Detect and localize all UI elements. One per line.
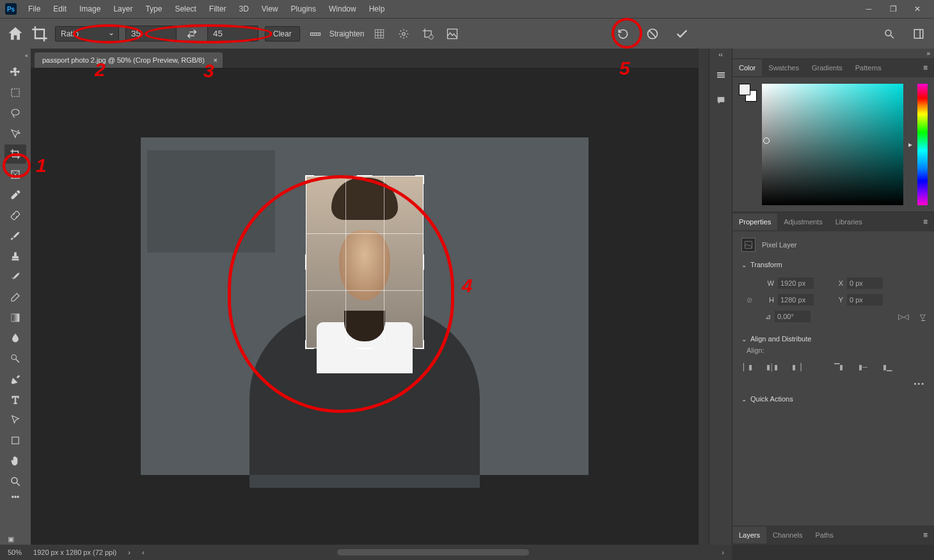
flip-v-icon[interactable]: ▽̲ (920, 313, 925, 321)
vertical-scrollbar[interactable] (699, 49, 709, 545)
menu-plugins[interactable]: Plugins (286, 2, 321, 16)
reset-crop-icon[interactable] (614, 25, 632, 43)
workspace-switcher-icon[interactable] (910, 25, 928, 43)
y-input[interactable] (847, 294, 883, 306)
tab-adjustments[interactable]: Adjustments (777, 214, 829, 230)
maximize-button[interactable]: ❐ (887, 3, 899, 15)
tab-swatches[interactable]: Swatches (762, 59, 805, 76)
angle-input[interactable] (775, 311, 811, 322)
tab-channels[interactable]: Channels (766, 527, 809, 543)
zoom-level[interactable]: 50% (8, 548, 22, 556)
eyedropper-tool[interactable] (4, 185, 26, 205)
align-left-icon[interactable]: ▏▮ (741, 361, 754, 373)
type-tool[interactable] (4, 390, 26, 409)
layers-panel-menu-icon[interactable]: ≡ (917, 527, 934, 543)
panel-collapse-icon[interactable]: » (732, 49, 934, 58)
edit-toolbar-icon[interactable]: ▣ (8, 535, 14, 543)
menu-file[interactable]: File (23, 2, 45, 16)
menu-edit[interactable]: Edit (48, 2, 72, 16)
cancel-crop-icon[interactable] (644, 25, 661, 43)
dock-panel-icon-1[interactable] (714, 68, 728, 82)
aspect-ratio-dropdown[interactable]: Ratio (55, 26, 119, 42)
menu-help[interactable]: Help (364, 2, 390, 16)
menu-image[interactable]: Image (74, 2, 106, 16)
menu-filter[interactable]: Filter (204, 2, 232, 16)
crop-handle-bl[interactable] (305, 340, 314, 349)
menu-type[interactable]: Type (140, 2, 167, 16)
straighten-icon[interactable] (306, 25, 324, 43)
crop-handle-mr[interactable] (420, 254, 424, 270)
clear-button[interactable]: Clear (265, 26, 300, 42)
more-tools-icon[interactable]: ••• (4, 492, 26, 502)
canvas-viewport[interactable] (31, 68, 699, 545)
lasso-tool[interactable] (4, 104, 26, 123)
tab-layers[interactable]: Layers (732, 527, 766, 543)
quick-actions-header[interactable]: ⌄Quick Actions (741, 395, 925, 403)
path-select-tool[interactable] (4, 410, 26, 430)
pen-tool[interactable] (4, 369, 26, 389)
content-aware-icon[interactable] (443, 25, 461, 43)
crop-handle-tr[interactable] (415, 175, 424, 184)
stamp-tool[interactable] (4, 247, 26, 266)
align-section-header[interactable]: ⌄Align and Distribute (741, 335, 925, 343)
align-top-icon[interactable]: ▔▮ (832, 361, 845, 373)
blur-tool[interactable] (4, 329, 26, 348)
align-right-icon[interactable]: ▮▕ (790, 361, 803, 373)
color-panel-menu-icon[interactable]: ≡ (917, 59, 934, 76)
dock-panel-icon-2[interactable] (714, 93, 728, 107)
crop-height-input[interactable] (207, 26, 258, 42)
delete-cropped-icon[interactable] (419, 25, 437, 43)
move-tool[interactable] (4, 63, 26, 82)
brush-tool[interactable] (4, 226, 26, 245)
close-tab-icon[interactable]: × (213, 56, 217, 64)
menu-layer[interactable]: Layer (108, 2, 138, 16)
align-bottom-icon[interactable]: ▮▁ (881, 361, 894, 373)
crop-tool-icon[interactable] (31, 25, 49, 43)
crop-tool[interactable] (4, 144, 26, 164)
hand-tool[interactable] (4, 451, 26, 471)
search-icon[interactable] (880, 25, 898, 43)
eraser-tool[interactable] (4, 288, 26, 307)
tab-patterns[interactable]: Patterns (849, 59, 888, 76)
canvas[interactable] (141, 137, 589, 475)
tab-paths[interactable]: Paths (809, 527, 840, 543)
menu-window[interactable]: Window (324, 2, 361, 16)
tab-libraries[interactable]: Libraries (829, 214, 869, 230)
horizontal-scrollbar[interactable] (156, 549, 711, 556)
align-hcenter-icon[interactable]: ▮│▮ (766, 361, 779, 373)
hue-slider[interactable] (917, 84, 928, 205)
menu-3d[interactable]: 3D (234, 2, 253, 16)
minimize-button[interactable]: ─ (862, 3, 875, 15)
dock-expand-icon[interactable]: ‹‹ (718, 51, 723, 58)
crop-handle-br[interactable] (415, 340, 424, 349)
document-tab[interactable]: passport photo 2.jpg @ 50% (Crop Preview… (35, 52, 223, 68)
healing-tool[interactable] (4, 206, 26, 225)
straighten-label[interactable]: Straighten (329, 29, 365, 38)
width-input[interactable] (778, 277, 814, 289)
zoom-tool[interactable] (4, 472, 26, 491)
crop-handle-ml[interactable] (305, 254, 309, 270)
align-vcenter-icon[interactable]: ▮─ (857, 361, 869, 373)
tab-color[interactable]: Color (732, 59, 762, 76)
crop-handle-bm[interactable] (357, 345, 372, 349)
history-brush-tool[interactable] (4, 267, 26, 286)
foreground-background-swatch[interactable] (739, 84, 757, 102)
dodge-tool[interactable] (4, 349, 26, 368)
x-input[interactable] (847, 277, 883, 289)
toolbox-collapse-icon[interactable]: « (25, 52, 31, 61)
more-align-icon[interactable]: ••• (914, 380, 925, 387)
swap-dimensions-icon[interactable] (183, 25, 201, 43)
overlay-grid-icon[interactable] (370, 25, 388, 43)
menu-view[interactable]: View (257, 2, 283, 16)
home-icon[interactable] (6, 25, 24, 43)
tab-gradients[interactable]: Gradients (805, 59, 849, 76)
height-input[interactable] (778, 294, 814, 306)
quick-select-tool[interactable] (4, 124, 26, 143)
commit-crop-icon[interactable] (673, 25, 691, 43)
crop-handle-tl[interactable] (305, 175, 314, 184)
frame-tool[interactable] (4, 165, 26, 184)
marquee-tool[interactable] (4, 83, 26, 102)
close-button[interactable]: ✕ (911, 3, 924, 15)
status-more-icon[interactable]: › (128, 548, 131, 556)
color-field[interactable] (762, 84, 903, 205)
